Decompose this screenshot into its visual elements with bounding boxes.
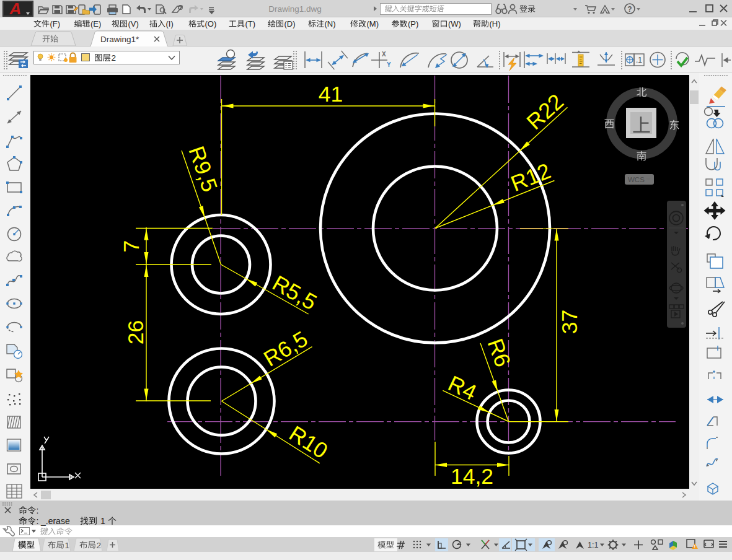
svg-text:(D): (D) — [284, 19, 296, 28]
svg-text:1: 1 — [65, 541, 70, 550]
svg-text::: : — [37, 505, 39, 515]
svg-text:7: 7 — [119, 240, 144, 253]
svg-text:(N): (N) — [325, 19, 336, 28]
svg-text:(E): (E) — [90, 19, 101, 28]
svg-text:(T): (T) — [245, 19, 256, 28]
svg-text:2: 2 — [97, 541, 102, 550]
svg-text:14,2: 14,2 — [451, 464, 493, 489]
svg-text:(M): (M) — [367, 19, 379, 28]
svg-text:26: 26 — [123, 320, 148, 345]
svg-text:(V): (V) — [128, 19, 139, 28]
svg-text:2: 2 — [112, 53, 117, 63]
svg-text:(H): (H) — [490, 19, 501, 28]
svg-text:Drawing1*: Drawing1* — [100, 35, 139, 44]
svg-text:X: X — [382, 51, 386, 58]
svg-text:.1: .1 — [636, 56, 642, 64]
svg-text:Y: Y — [387, 61, 391, 68]
svg-text:A: A — [9, 0, 22, 18]
svg-text:Drawing1.dwg: Drawing1.dwg — [268, 4, 322, 14]
svg-text:(F): (F) — [50, 19, 61, 28]
svg-text:1:1: 1:1 — [588, 541, 598, 549]
svg-text:41: 41 — [319, 82, 343, 107]
svg-text:(O): (O) — [205, 19, 217, 28]
svg-text:(P): (P) — [408, 19, 418, 28]
svg-text:!: ! — [694, 545, 695, 549]
svg-text:(I): (I) — [166, 19, 174, 28]
svg-text:1: 1 — [100, 516, 105, 526]
svg-text::: : — [37, 516, 39, 526]
svg-text:_.erase: _.erase — [40, 516, 70, 526]
svg-text:(W): (W) — [448, 19, 461, 28]
svg-text:?: ? — [627, 5, 632, 14]
svg-text:37: 37 — [557, 310, 582, 335]
svg-text:WCS: WCS — [628, 176, 645, 183]
